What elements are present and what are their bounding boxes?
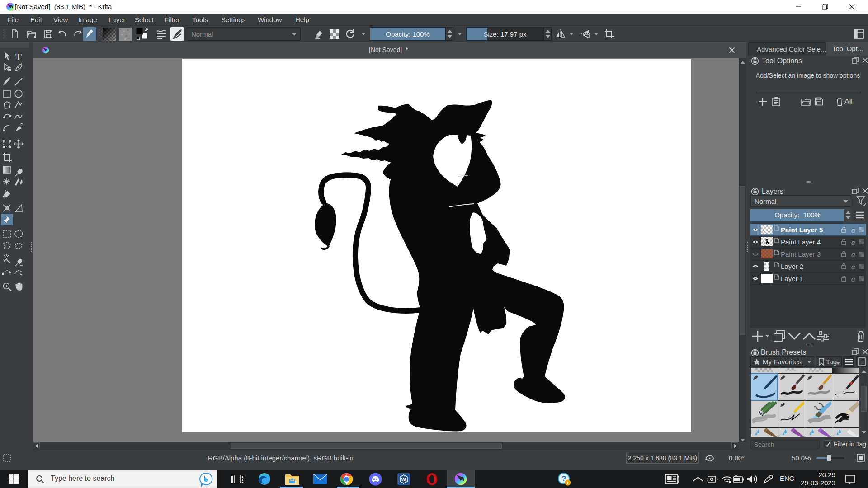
svg-text:T: T: [15, 52, 22, 62]
svg-text:α: α: [851, 263, 855, 271]
svg-text:Paint Layer 4: Paint Layer 4: [781, 238, 821, 246]
svg-text:Layer 2: Layer 2: [781, 263, 803, 270]
svg-text:α: α: [851, 275, 855, 283]
svg-text:i: i: [567, 480, 568, 485]
svg-text:α: α: [851, 239, 855, 246]
svg-text:α: α: [851, 251, 855, 258]
svg-text:Paint Layer 5: Paint Layer 5: [781, 226, 823, 234]
svg-text:α: α: [851, 226, 855, 234]
svg-text:Layer 1: Layer 1: [781, 275, 803, 282]
svg-text:W: W: [401, 477, 406, 482]
svg-text:Paint Layer 3: Paint Layer 3: [781, 250, 821, 258]
